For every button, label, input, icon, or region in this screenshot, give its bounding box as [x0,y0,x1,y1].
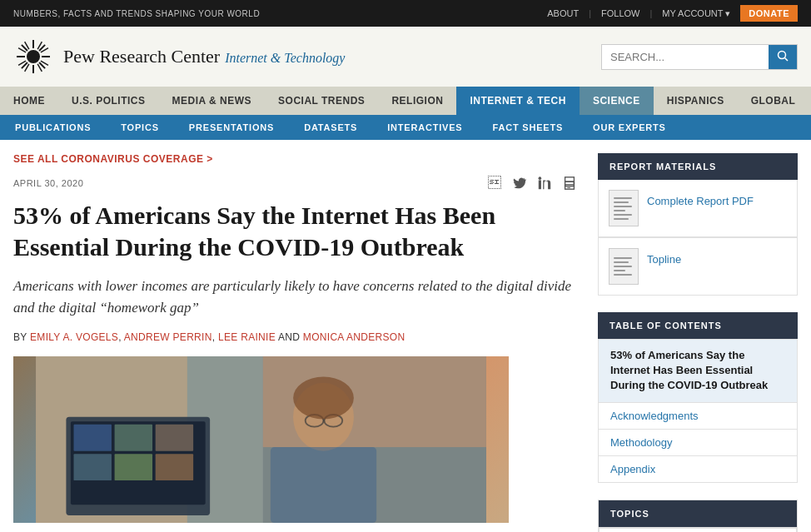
topics-header: TOPICS [599,500,797,527]
author-emily-vogels[interactable]: EMILY A. VOGELS [30,331,118,343]
subnav-publications[interactable]: PUBLICATIONS [0,115,106,140]
content-wrapper: SEE ALL CORONAVIRUS COVERAGE > APRIL 30,… [0,140,811,532]
twitter-icon[interactable] [511,175,528,191]
document-icon-2 [609,248,639,285]
subnav-fact-sheets[interactable]: FACT SHEETS [477,115,578,140]
topics-section: TOPICS Internet Activities Digital Divid… [598,500,798,532]
topic-internet-activities[interactable]: Internet Activities [600,528,796,532]
article-meta: APRIL 30, 2020  [13,175,578,191]
svg-point-43 [293,377,354,420]
svg-line-18 [785,57,789,61]
search-area [601,44,798,70]
svg-rect-19 [539,180,541,189]
print-icon[interactable] [561,175,578,191]
site-subtitle: Internet & Technology [225,51,345,65]
subnav-our-experts[interactable]: OUR EXPERTS [578,115,681,140]
sidebar: REPORT MATERIALS Complete Report PDF [598,153,798,532]
linkedin-icon[interactable] [536,175,553,191]
svg-rect-34 [156,425,193,451]
nav-global[interactable]: GLOBAL [738,87,809,115]
nav-us-politics[interactable]: U.S. POLITICS [58,87,159,115]
svg-rect-22 [565,185,575,189]
toc-acknowledgments[interactable]: Acknowledgments [599,402,797,429]
pew-logo-icon [13,37,53,77]
author-monica-anderson[interactable]: MONICA ANDERSON [303,331,406,343]
article-date: APRIL 30, 2020 [13,178,83,188]
toc-appendix[interactable]: Appendix [599,455,797,482]
subnav-presentations[interactable]: PRESENTATIONS [174,115,289,140]
complete-report-card[interactable]: Complete Report PDF [598,180,798,237]
topics-list: Internet Activities Digital Divide Educa… [599,527,797,532]
about-link[interactable]: ABOUT [547,8,579,18]
authors-prefix: BY [13,331,27,343]
nav-internet-tech[interactable]: INTERNET & TECH [456,87,580,115]
svg-rect-24 [567,187,570,188]
nav-home[interactable]: HOME [0,87,58,115]
subnav-topics[interactable]: TOPICS [106,115,174,140]
nav-media-news[interactable]: MEDIA & NEWS [159,87,266,115]
svg-point-16 [27,50,40,63]
top-bar-tagline: NUMBERS, FACTS AND TRENDS SHAPING YOUR W… [13,9,260,18]
toc-list: 53% of Americans Say the Internet Has Be… [598,339,798,483]
svg-rect-36 [115,454,152,480]
svg-rect-39 [271,447,376,523]
author-andrew-perrin[interactable]: ANDREW PERRIN [124,331,212,343]
subnav-interactives[interactable]: INTERACTIVES [372,115,477,140]
svg-point-25 [574,182,575,184]
top-bar-actions: ABOUT | FOLLOW | MY ACCOUNT ▾ DONATE [547,5,798,22]
report-materials-header: REPORT MATERIALS [598,153,798,180]
complete-report-label: Complete Report PDF [647,190,754,207]
search-input[interactable] [602,46,769,68]
article-authors: BY EMILY A. VOGELS, ANDREW PERRIN, LEE R… [13,331,578,343]
main-nav: HOME U.S. POLITICS MEDIA & NEWS SOCIAL T… [0,87,811,115]
donate-button[interactable]: DONATE [740,5,798,22]
topline-label: Topline [647,248,681,266]
logo-text-area: Pew Research CenterInternet & Technology [63,46,345,67]
svg-point-20 [539,177,542,180]
article-subtitle: Americans with lower incomes are particu… [13,276,578,318]
sub-nav: PUBLICATIONS TOPICS PRESENTATIONS DATASE… [0,115,811,140]
subnav-datasets[interactable]: DATASETS [289,115,372,140]
svg-rect-21 [565,177,575,181]
svg-rect-23 [567,186,571,186]
toc-methodology[interactable]: Methodology [599,429,797,455]
svg-rect-32 [74,425,112,451]
facebook-icon[interactable]:  [486,175,503,191]
site-name: Pew Research Center [63,46,220,67]
search-icon [777,50,789,62]
svg-rect-35 [74,454,112,480]
social-icons:  [486,175,578,191]
document-icon [609,190,639,226]
toc-header: TABLE OF CONTENTS [598,312,798,339]
topline-card[interactable]: Topline [598,237,798,296]
toc-section: TABLE OF CONTENTS 53% of Americans Say t… [598,312,798,483]
site-header: Pew Research CenterInternet & Technology [0,27,811,87]
author-lee-rainie[interactable]: LEE RAINIE [218,331,276,343]
article-image [13,356,509,523]
svg-rect-37 [156,454,193,480]
report-materials-section: REPORT MATERIALS Complete Report PDF [598,153,798,296]
article-title: 53% of Americans Say the Internet Has Be… [13,200,578,262]
my-account-link[interactable]: MY ACCOUNT ▾ [662,8,730,19]
svg-rect-33 [115,425,152,451]
follow-link[interactable]: FOLLOW [601,8,639,18]
nav-science[interactable]: SCIENCE [580,87,654,115]
coronavirus-banner[interactable]: SEE ALL CORONAVIRUS COVERAGE > [13,153,578,165]
nav-religion[interactable]: RELIGION [378,87,456,115]
nav-hispanics[interactable]: HISPANICS [654,87,738,115]
logo-area[interactable]: Pew Research CenterInternet & Technology [13,37,345,77]
top-bar: NUMBERS, FACTS AND TRENDS SHAPING YOUR W… [0,0,811,27]
svg-point-17 [779,51,786,58]
toc-active-item[interactable]: 53% of Americans Say the Internet Has Be… [599,340,797,402]
search-button[interactable] [769,45,797,69]
main-content: SEE ALL CORONAVIRUS COVERAGE > APRIL 30,… [13,153,578,532]
nav-social-trends[interactable]: SOCIAL TRENDS [265,87,378,115]
